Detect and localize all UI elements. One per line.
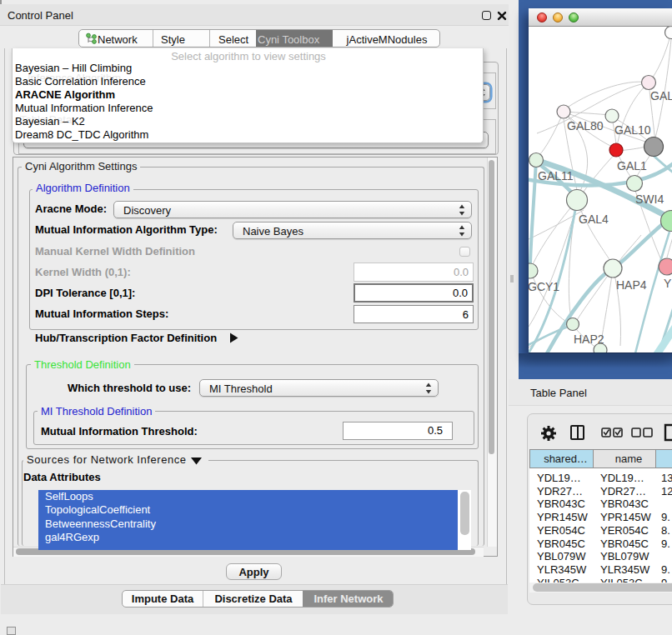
svg-text:GAL4: GAL4: [579, 212, 609, 226]
svg-text:GAL7: GAL7: [650, 89, 672, 102]
svg-text:GAL1: GAL1: [617, 159, 647, 172]
svg-text:GAL80: GAL80: [567, 119, 604, 132]
svg-text:GAL10: GAL10: [614, 123, 651, 137]
svg-text:HAP4: HAP4: [616, 278, 647, 292]
svg-text:HAP2: HAP2: [574, 332, 604, 346]
svg-text:GAL11: GAL11: [538, 169, 574, 182]
svg-text:GCY1: GCY1: [529, 280, 559, 293]
svg-text:Y: Y: [664, 277, 672, 290]
svg-text:SWI4: SWI4: [635, 192, 664, 206]
